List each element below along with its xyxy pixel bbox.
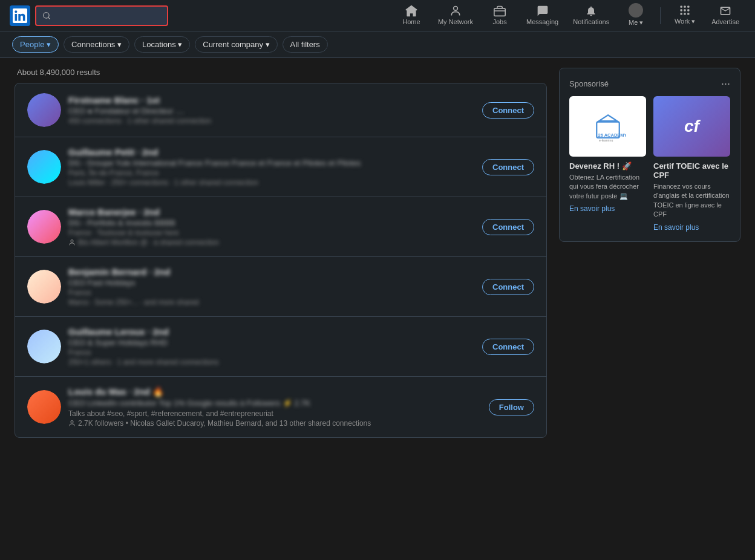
nav-item-advertise[interactable]: Advertise xyxy=(705,0,745,31)
connect-button[interactable]: Connect xyxy=(482,159,534,175)
sponsored-title: Sponsorisé xyxy=(569,79,609,88)
nav-item-jobs[interactable]: Jobs xyxy=(482,0,518,31)
filter-current-company-button[interactable]: Current company ▾ xyxy=(195,36,277,53)
search-input[interactable]: CEO xyxy=(54,11,161,21)
sponsored-card: Sponsorisé ··· 26 ACADEMY e-learning xyxy=(559,68,740,242)
ad-image-1: 26 ACADEMY e-learning xyxy=(569,96,646,157)
ad-title-1: Devenez RH ! 🚀 xyxy=(569,161,646,171)
more-options-icon[interactable]: ··· xyxy=(721,78,730,89)
nav-item-me[interactable]: Me ▾ xyxy=(618,0,654,31)
table-row: Guillaume Petit · 2nd DG - Groupe Yule I… xyxy=(15,137,546,197)
filter-locations-label: Locations ▾ xyxy=(142,40,182,49)
table-row: Firstname Blanc · 1st CEO ● Fondateur et… xyxy=(15,83,546,137)
ad-desc-2: Financez vos cours d'anglais et la certi… xyxy=(653,182,730,220)
result-action: Connect xyxy=(482,279,534,295)
nav-item-home[interactable]: Home xyxy=(393,0,430,31)
ad-link-2[interactable]: En savoir plus xyxy=(653,223,730,232)
result-action: Connect xyxy=(482,159,534,175)
search-box[interactable]: CEO xyxy=(35,5,168,26)
result-mutual-text: Bio Albert Morillion @ · à shared connec… xyxy=(78,238,219,247)
nav-items: Home My Network Jobs Messaging xyxy=(393,0,745,31)
filter-all-filters-button[interactable]: All filters xyxy=(283,36,328,53)
cpf-logo: cf xyxy=(671,105,713,148)
result-location: Paris, Île-de-France, France xyxy=(68,169,475,177)
svg-rect-1 xyxy=(684,6,685,8)
results-panel: About 8,490,000 results Firstname Blanc … xyxy=(15,68,547,438)
svg-rect-3 xyxy=(681,9,682,11)
nav-item-messaging[interactable]: Messaging xyxy=(520,0,564,31)
result-action: Connect xyxy=(482,219,534,235)
top-navigation: CEO Home My Network Jobs xyxy=(0,0,755,31)
sidebar: Sponsorisé ··· 26 ACADEMY e-learning xyxy=(559,68,740,438)
result-name: Guillaume Leroux · 2nd xyxy=(68,327,475,337)
result-location: France · Toulouse & toulouse here xyxy=(68,229,475,237)
nav-home-label: Home xyxy=(402,18,420,25)
result-connections: Louis Miller · 250+ connections · 1 othe… xyxy=(68,178,475,187)
result-location: France xyxy=(68,348,475,357)
result-title: DG - Portfolio & Investis BBBB xyxy=(68,218,475,227)
result-title: CEO & Super Holidays RHD xyxy=(68,338,475,347)
avatar xyxy=(27,93,61,127)
nav-messaging-label: Messaging xyxy=(526,18,558,25)
result-talks: Talks about #seo, #sport, #referencement… xyxy=(68,409,482,418)
connect-button[interactable]: Connect xyxy=(482,279,534,295)
filter-people-button[interactable]: People ▾ xyxy=(12,36,59,53)
result-action: Connect xyxy=(482,339,534,355)
filter-people-label: People ▾ xyxy=(20,40,51,49)
filter-connections-button[interactable]: Connections ▾ xyxy=(64,36,129,53)
jobs-icon xyxy=(494,5,506,17)
connections-icon xyxy=(68,420,76,427)
advertise-icon xyxy=(719,5,731,17)
connect-button[interactable]: Connect xyxy=(482,339,534,355)
result-location: France xyxy=(68,288,475,297)
svg-rect-5 xyxy=(687,9,689,11)
nav-jobs-label: Jobs xyxy=(492,18,506,25)
work-grid-icon xyxy=(679,4,691,16)
nav-item-notifications[interactable]: Notifications xyxy=(567,0,615,31)
ad-desc-1: Obtenez LA certification qui vous fera d… xyxy=(569,173,646,201)
nav-item-my-network[interactable]: My Network xyxy=(432,0,479,31)
ad-image-2: cf xyxy=(653,96,730,157)
result-info: Benjamin Bernard · 2nd CEO Fast Holidays… xyxy=(68,267,475,307)
connect-button[interactable]: Connect xyxy=(482,102,534,119)
table-row: Marco Banerjee · 2nd DG - Portfolio & In… xyxy=(15,197,546,257)
result-name: Firstname Blanc · 1st xyxy=(68,95,475,105)
result-name: Louis du Mas · 2nd 🔥 xyxy=(68,386,482,397)
connections-icon xyxy=(68,239,76,246)
svg-rect-6 xyxy=(681,13,682,15)
ads-row: 26 ACADEMY e-learning Devenez RH ! 🚀 Obt… xyxy=(569,96,730,232)
linkedin-logo[interactable] xyxy=(10,5,30,26)
result-followers: 2.7K followers • Nicolas Gallet Ducaroy,… xyxy=(68,419,482,428)
result-title: CEO LinkedIn contributor Top 1% Google r… xyxy=(68,399,482,408)
network-icon xyxy=(449,5,462,17)
academy-logo: 26 ACADEMY e-learning xyxy=(584,105,632,148)
filter-all-filters-label: All filters xyxy=(290,40,320,49)
svg-rect-8 xyxy=(687,13,689,15)
result-action: Follow xyxy=(489,399,534,415)
svg-rect-0 xyxy=(681,6,682,8)
result-followers-text: 2.7K followers • Nicolas Gallet Ducaroy,… xyxy=(78,419,371,428)
filter-locations-button[interactable]: Locations ▾ xyxy=(134,36,190,53)
filter-current-company-label: Current company ▾ xyxy=(203,40,269,49)
nav-work-label: Work ▾ xyxy=(675,18,696,25)
table-row: Guillaume Leroux · 2nd CEO & Super Holid… xyxy=(15,317,546,377)
svg-rect-2 xyxy=(687,6,689,8)
avatar xyxy=(629,3,643,18)
nav-notifications-label: Notifications xyxy=(573,18,609,25)
svg-rect-7 xyxy=(684,13,685,15)
result-title: CEO Fast Holidays xyxy=(68,278,475,287)
ad-link-1[interactable]: En savoir plus xyxy=(569,204,646,213)
nav-divider xyxy=(660,7,661,24)
avatar xyxy=(27,390,61,424)
connect-button[interactable]: Connect xyxy=(482,219,534,235)
ad-item-1[interactable]: 26 ACADEMY e-learning Devenez RH ! 🚀 Obt… xyxy=(569,96,646,232)
nav-item-work[interactable]: Work ▾ xyxy=(667,0,703,31)
ad-title-2: Certif TOEIC avec le CPF xyxy=(653,161,730,180)
avatar xyxy=(27,270,61,304)
ad-item-2[interactable]: cf Certif TOEIC avec le CPF Financez vos… xyxy=(653,96,730,232)
result-info: Firstname Blanc · 1st CEO ● Fondateur et… xyxy=(68,95,475,125)
result-title: CEO ● Fondateur et Directeur .... xyxy=(68,106,475,116)
svg-text:e-learning: e-learning xyxy=(599,138,613,142)
follow-button[interactable]: Follow xyxy=(489,399,534,415)
table-row: Louis du Mas · 2nd 🔥 CEO LinkedIn contri… xyxy=(15,377,546,437)
